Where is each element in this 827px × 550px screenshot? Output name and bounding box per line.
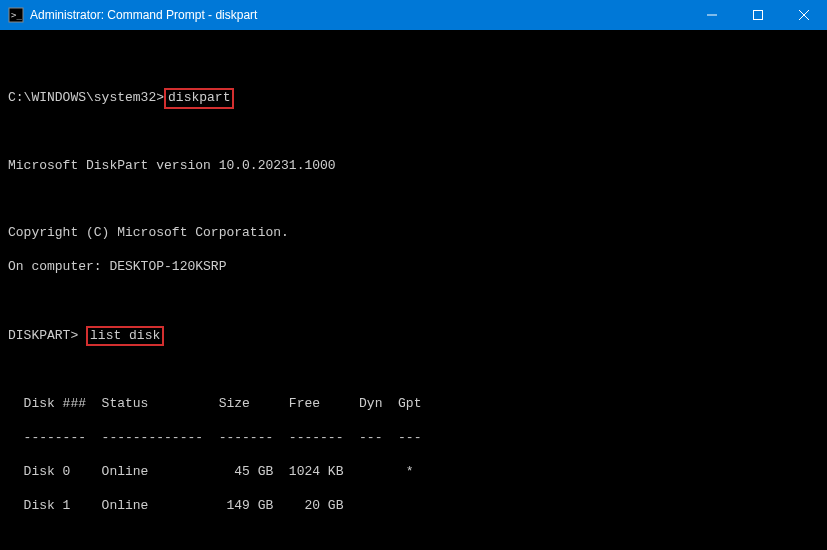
window-title: Administrator: Command Prompt - diskpart bbox=[30, 8, 257, 22]
terminal-output[interactable]: C:\WINDOWS\system32>diskpart Microsoft D… bbox=[0, 30, 827, 550]
minimize-button[interactable] bbox=[689, 0, 735, 30]
version-line: Microsoft DiskPart version 10.0.20231.10… bbox=[8, 158, 819, 175]
copyright-line: Copyright (C) Microsoft Corporation. bbox=[8, 225, 819, 242]
diskpart-prompt: DISKPART> bbox=[8, 328, 78, 343]
highlighted-command: diskpart bbox=[164, 88, 234, 109]
window-controls bbox=[689, 0, 827, 30]
disk-separator: -------- ------------- ------- ------- -… bbox=[8, 430, 819, 447]
close-button[interactable] bbox=[781, 0, 827, 30]
titlebar[interactable]: >_ Administrator: Command Prompt - diskp… bbox=[0, 0, 827, 30]
maximize-button[interactable] bbox=[735, 0, 781, 30]
prompt-path: C:\WINDOWS\system32> bbox=[8, 90, 164, 105]
svg-text:>_: >_ bbox=[11, 10, 22, 20]
titlebar-left: >_ Administrator: Command Prompt - diskp… bbox=[8, 7, 257, 23]
computer-line: On computer: DESKTOP-120KSRP bbox=[8, 259, 819, 276]
highlighted-command: list disk bbox=[86, 326, 164, 347]
cmd-icon: >_ bbox=[8, 7, 24, 23]
disk-row: Disk 1 Online 149 GB 20 GB bbox=[8, 498, 819, 515]
svg-rect-3 bbox=[754, 11, 763, 20]
disk-row: Disk 0 Online 45 GB 1024 KB * bbox=[8, 464, 819, 481]
disk-header: Disk ### Status Size Free Dyn Gpt bbox=[8, 396, 819, 413]
